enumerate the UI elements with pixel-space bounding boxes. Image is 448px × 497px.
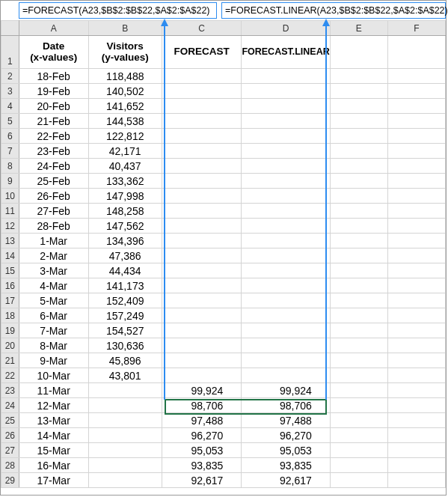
cell-forecast[interactable] (162, 129, 242, 144)
cell-forecast[interactable] (162, 114, 242, 129)
cell-date[interactable]: 19-Feb (19, 84, 88, 99)
cell-visitors[interactable]: 47,386 (88, 248, 162, 263)
cell-date[interactable]: 10-Mar (19, 368, 88, 383)
cell-empty[interactable] (330, 368, 387, 383)
row-header[interactable]: 18 (1, 308, 19, 323)
cell-empty[interactable] (387, 443, 445, 458)
cell-date[interactable]: 9-Mar (19, 353, 88, 368)
cell-empty[interactable] (330, 114, 387, 129)
cell-forecast-linear[interactable] (242, 248, 330, 263)
cell-date[interactable]: 20-Feb (19, 99, 88, 114)
cell-date[interactable]: 5-Mar (19, 293, 88, 308)
cell-date[interactable]: 7-Mar (19, 323, 88, 338)
row-header[interactable]: 24 (1, 398, 19, 413)
cell-visitors[interactable]: 141,652 (88, 99, 162, 114)
cell-empty[interactable] (330, 428, 387, 443)
cell-visitors[interactable] (88, 458, 162, 473)
row-header[interactable]: 13 (1, 234, 19, 248)
cell-empty[interactable] (387, 473, 445, 488)
cell-forecast-linear[interactable] (242, 144, 330, 159)
cell-empty[interactable] (330, 458, 387, 473)
row-header[interactable]: 12 (1, 219, 19, 234)
cell-forecast[interactable] (162, 144, 242, 159)
row-header[interactable]: 22 (1, 368, 19, 383)
cell-date[interactable]: 8-Mar (19, 338, 88, 353)
cell-date[interactable]: 2-Mar (19, 248, 88, 263)
cell-date[interactable]: 16-Mar (19, 458, 88, 473)
col-header-F[interactable]: F (387, 21, 445, 36)
cell-empty[interactable] (330, 219, 387, 234)
cell-forecast-linear[interactable] (242, 234, 330, 248)
cell-forecast-linear[interactable] (242, 174, 330, 189)
cell-visitors[interactable]: 40,437 (88, 159, 162, 174)
cell-visitors[interactable]: 144,538 (88, 114, 162, 129)
row-header[interactable]: 3 (1, 84, 19, 99)
cell-empty[interactable] (330, 234, 387, 248)
cell-date[interactable]: 22-Feb (19, 129, 88, 144)
cell-B1[interactable]: Visitors (y-values) (88, 36, 162, 69)
cell-forecast-linear[interactable]: 96,270 (242, 428, 330, 443)
cell-forecast[interactable]: 92,617 (162, 473, 242, 488)
cell-date[interactable]: 1-Mar (19, 234, 88, 248)
cell-visitors[interactable]: 147,998 (88, 189, 162, 204)
cell-visitors[interactable]: 152,409 (88, 293, 162, 308)
col-header-D[interactable]: D (242, 21, 330, 36)
cell-forecast-linear[interactable]: 98,706 (242, 398, 330, 413)
cell-forecast[interactable] (162, 308, 242, 323)
row-header[interactable]: 29 (1, 473, 19, 488)
cell-visitors[interactable]: 45,896 (88, 353, 162, 368)
cell-E1[interactable] (330, 36, 387, 69)
cell-empty[interactable] (330, 278, 387, 293)
cell-empty[interactable] (387, 323, 445, 338)
cell-forecast-linear[interactable] (242, 263, 330, 278)
cell-forecast[interactable]: 97,488 (162, 413, 242, 428)
cell-date[interactable]: 6-Mar (19, 308, 88, 323)
cell-empty[interactable] (387, 293, 445, 308)
cell-forecast-linear[interactable] (242, 99, 330, 114)
cell-visitors[interactable] (88, 398, 162, 413)
row-header[interactable]: 16 (1, 278, 19, 293)
cell-forecast-linear[interactable] (242, 129, 330, 144)
cell-D1[interactable]: FORECAST.LINEAR (242, 36, 330, 69)
row-header[interactable]: 8 (1, 159, 19, 174)
cell-empty[interactable] (330, 159, 387, 174)
cell-date[interactable]: 15-Mar (19, 443, 88, 458)
cell-visitors[interactable] (88, 413, 162, 428)
cell-date[interactable]: 3-Mar (19, 263, 88, 278)
cell-forecast-linear[interactable] (242, 219, 330, 234)
cell-date[interactable]: 28-Feb (19, 219, 88, 234)
cell-forecast[interactable]: 99,924 (162, 383, 242, 398)
cell-empty[interactable] (387, 99, 445, 114)
cell-forecast-linear[interactable]: 97,488 (242, 413, 330, 428)
col-header-E[interactable]: E (330, 21, 387, 36)
cell-visitors[interactable]: 42,171 (88, 144, 162, 159)
cell-forecast[interactable] (162, 174, 242, 189)
cell-forecast[interactable] (162, 69, 242, 84)
cell-empty[interactable] (387, 248, 445, 263)
cell-visitors[interactable]: 147,562 (88, 219, 162, 234)
cell-empty[interactable] (330, 398, 387, 413)
cell-forecast-linear[interactable] (242, 204, 330, 219)
cell-empty[interactable] (330, 263, 387, 278)
cell-forecast[interactable] (162, 248, 242, 263)
cell-forecast-linear[interactable] (242, 353, 330, 368)
cell-empty[interactable] (330, 443, 387, 458)
row-header[interactable]: 4 (1, 99, 19, 114)
cell-empty[interactable] (330, 204, 387, 219)
cell-empty[interactable] (330, 189, 387, 204)
cell-empty[interactable] (330, 338, 387, 353)
cell-visitors[interactable]: 118,488 (88, 69, 162, 84)
cell-empty[interactable] (387, 84, 445, 99)
cell-empty[interactable] (387, 204, 445, 219)
cell-empty[interactable] (330, 353, 387, 368)
cell-forecast[interactable] (162, 368, 242, 383)
cell-forecast[interactable] (162, 338, 242, 353)
cell-visitors[interactable]: 140,502 (88, 84, 162, 99)
cell-visitors[interactable]: 134,396 (88, 234, 162, 248)
cell-empty[interactable] (387, 398, 445, 413)
cell-forecast[interactable] (162, 189, 242, 204)
cell-forecast[interactable] (162, 159, 242, 174)
row-header[interactable]: 10 (1, 189, 19, 204)
worksheet[interactable]: A B C D E F 1 Date (x-values) Visitors (… (1, 20, 446, 488)
cell-forecast[interactable]: 96,270 (162, 428, 242, 443)
